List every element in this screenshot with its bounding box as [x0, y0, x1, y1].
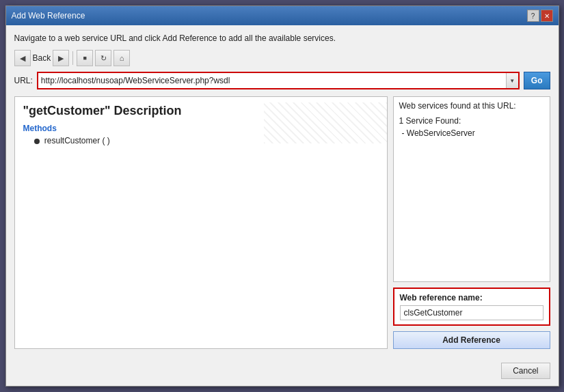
services-box: Web services found at this URL: 1 Servic… — [393, 96, 550, 282]
home-icon: ⌂ — [120, 54, 124, 62]
dialog-title: Add Web Reference — [12, 11, 85, 20]
url-row: URL: ▼ Go — [14, 72, 550, 89]
back-label: Back — [33, 53, 51, 63]
wsdl-watermark — [264, 102, 387, 143]
wsdl-panel: "getCustomer" Description Methods result… — [14, 96, 388, 349]
refresh-button[interactable]: ↻ — [95, 50, 111, 66]
services-count: 1 Service Found: — [399, 116, 544, 126]
method-bullet-icon — [34, 139, 40, 144]
services-list: 1 Service Found: - WebServiceServer — [394, 113, 550, 281]
web-reference-section: Web reference name: — [393, 288, 550, 326]
help-button[interactable]: ? — [527, 10, 539, 22]
add-reference-button[interactable]: Add Reference — [393, 331, 550, 349]
stop-button[interactable]: ■ — [77, 50, 93, 66]
web-reference-label: Web reference name: — [400, 293, 543, 303]
forward-icon: ▶ — [58, 54, 64, 63]
main-area: "getCustomer" Description Methods result… — [14, 96, 550, 349]
dialog-content: Navigate to a web service URL and click … — [6, 25, 559, 357]
close-button[interactable]: ✕ — [541, 10, 553, 22]
url-label: URL: — [14, 76, 33, 85]
title-bar: Add Web Reference ? ✕ — [6, 6, 559, 25]
instruction-text: Navigate to a web service URL and click … — [14, 33, 550, 43]
go-button[interactable]: Go — [524, 72, 550, 89]
service-item: - WebServiceServer — [399, 128, 544, 138]
services-label: Web services found at this URL: — [394, 97, 550, 113]
right-panel: Web services found at this URL: 1 Servic… — [393, 96, 550, 349]
toolbar: ◀ Back ▶ ■ ↻ ⌂ — [14, 50, 550, 66]
bottom-bar: Cancel — [6, 357, 559, 386]
toolbar-separator — [72, 51, 73, 65]
stop-icon: ■ — [83, 55, 86, 61]
web-reference-name-input[interactable] — [400, 305, 543, 320]
back-icon: ◀ — [20, 54, 25, 63]
home-button[interactable]: ⌂ — [113, 50, 130, 66]
method-name: resultCustomer ( ) — [44, 136, 110, 145]
forward-button[interactable]: ▶ — [53, 50, 69, 66]
refresh-icon: ↻ — [100, 54, 107, 63]
url-input[interactable] — [38, 74, 506, 87]
cancel-button[interactable]: Cancel — [501, 363, 550, 379]
url-dropdown-button[interactable]: ▼ — [506, 73, 518, 88]
url-input-wrapper: ▼ — [37, 72, 520, 89]
back-button[interactable]: ◀ — [14, 50, 31, 66]
title-bar-controls: ? ✕ — [527, 10, 553, 22]
add-web-reference-dialog: Add Web Reference ? ✕ Navigate to a web … — [5, 5, 559, 387]
